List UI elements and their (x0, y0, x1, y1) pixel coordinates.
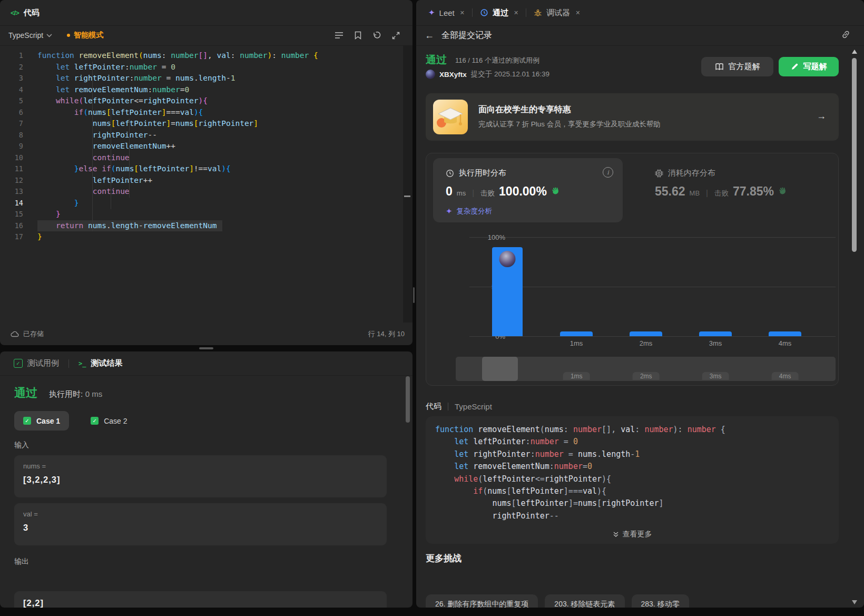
gridline (469, 336, 836, 337)
scrollbar[interactable] (851, 46, 858, 608)
brush-handle[interactable] (482, 357, 518, 381)
challenge-chip[interactable]: 283. 移动零 (632, 594, 689, 608)
check-icon: ✓ (23, 417, 31, 425)
arrow-right-icon[interactable]: → (817, 111, 826, 122)
x-axis-tick: 2ms (640, 339, 653, 347)
input-field-val[interactable]: val = 3 (14, 503, 387, 545)
chart-bar[interactable] (630, 331, 662, 336)
cursor-position[interactable]: 行 14, 列 10 (368, 329, 405, 339)
code-line: return nums.length-removeElementNum (37, 220, 222, 232)
code-line: if(nums[leftPointer]===val){ (435, 485, 833, 497)
tab-passed-label: 通过 (493, 8, 508, 18)
runtime-value: 0 ms (85, 389, 103, 398)
input-field-nums[interactable]: nums = [3,2,2,3] (14, 455, 387, 497)
indent-guide (111, 107, 111, 209)
tab-test-results[interactable]: >_ 测试结果 (78, 358, 122, 368)
scroll-up-arrow[interactable] (852, 50, 857, 54)
format-icon[interactable] (335, 32, 343, 39)
line-number: 9 (0, 141, 27, 152)
back-icon[interactable]: ← (425, 30, 434, 41)
memory-number: 55.62 (655, 184, 685, 199)
chart-bar[interactable] (492, 247, 523, 336)
case-2-chip[interactable]: ✓ Case 2 (82, 411, 136, 431)
line-number: 5 (0, 95, 27, 107)
smart-mode-toggle[interactable]: 智能模式 (67, 31, 103, 40)
line-number: 17 (0, 231, 27, 243)
line-number: 12 (0, 175, 27, 187)
username[interactable]: XBXyftx (439, 71, 467, 79)
chart-bar[interactable] (699, 331, 732, 336)
tab-test-cases[interactable]: ✓ 测试用例 (14, 358, 59, 368)
hand-wave-icon (551, 187, 559, 195)
write-solution-label: 写题解 (803, 62, 827, 72)
beat-label: 击败 (480, 189, 495, 198)
horizontal-resize-handle[interactable] (199, 347, 213, 349)
memory-distribution-section[interactable]: 消耗内存分布 55.62 MB | 击败 77.85% (642, 158, 832, 222)
tab-divider (68, 359, 69, 368)
language-dropdown[interactable]: TypeScript (8, 31, 52, 40)
output-section-label: 输出 (14, 557, 29, 566)
brush-tick: 3ms (702, 372, 729, 380)
scrollbar-thumb[interactable] (852, 58, 857, 252)
line-number: 10 (0, 152, 27, 164)
line-number: 8 (0, 130, 27, 141)
indent-guide (92, 62, 93, 231)
code-editor[interactable]: 1234567891011121314151617 function remov… (0, 45, 413, 322)
official-solution-button[interactable]: 官方题解 (701, 57, 773, 76)
hand-wave-icon (778, 187, 787, 195)
check-square-icon: ✓ (14, 359, 23, 368)
tab-debugger[interactable]: 调试器 ✕ (532, 8, 582, 18)
challenge-chip[interactable]: 203. 移除链表元素 (545, 594, 624, 608)
divider: | (472, 188, 474, 197)
divider: | (706, 188, 708, 197)
field-value: 3 (23, 523, 378, 533)
saved-status: 已存储 (23, 329, 44, 339)
avatar[interactable] (426, 70, 435, 79)
memory-dist-title: 消耗内存分布 (668, 168, 715, 178)
test-panel-scrollbar[interactable] (406, 376, 410, 423)
editor-titlebar: </> 代码 (0, 0, 413, 26)
clock-icon (446, 169, 454, 178)
brush-tick: 1ms (563, 372, 590, 380)
runtime-distribution-chart[interactable]: 100%50%0%1ms2ms3ms4ms (469, 237, 836, 336)
expand-icon[interactable] (392, 32, 400, 40)
link-icon[interactable] (841, 30, 850, 41)
undo-icon[interactable] (372, 31, 381, 40)
vertical-resize-handle[interactable] (413, 287, 415, 303)
editor-panel-title: 代码 (24, 8, 40, 18)
challenge-chip[interactable]: 26. 删除有序数组中的重复项 (426, 594, 538, 608)
student-promo-banner[interactable]: 面向在校学生的专享特惠 完成认证享 7 折 Plus 会员，享受更多学业及职业成… (426, 93, 839, 141)
runtime-distribution-card[interactable]: 执行用时分布 i 0 ms | 击败 100.00% ✦ 复杂度分析 (433, 158, 623, 222)
runtime-label: 执行用时: (49, 389, 83, 398)
chart-bar[interactable] (560, 331, 593, 336)
info-icon[interactable]: i (603, 167, 613, 178)
code-section-header: 代码 TypeScript (426, 402, 492, 412)
scroll-down-arrow[interactable] (852, 600, 857, 604)
tab-passed[interactable]: 通过 ✕ (478, 8, 521, 18)
case-1-chip[interactable]: ✓ Case 1 (14, 411, 69, 431)
mode-label: 智能模式 (74, 31, 103, 40)
close-icon[interactable]: ✕ (460, 9, 465, 16)
chart-bar[interactable] (769, 331, 801, 336)
editor-overview-mark (404, 195, 410, 197)
close-icon[interactable]: ✕ (514, 9, 518, 16)
test-tabs: ✓ 测试用例 >_ 测试结果 (0, 351, 413, 376)
submissions-title: 全部提交记录 (441, 30, 492, 41)
tab-leet[interactable]: ✦ Leet ✕ (426, 8, 467, 17)
close-icon[interactable]: ✕ (575, 9, 580, 16)
chart-brush[interactable]: 1ms2ms3ms4ms (456, 357, 836, 381)
runtime-beat-percent: 100.00% (499, 184, 547, 199)
editor-scrollbar-track[interactable] (403, 45, 413, 322)
write-solution-button[interactable]: 写题解 (779, 57, 839, 76)
brush-tick: 4ms (772, 372, 799, 380)
submission-header-bar: ← 全部提交记录 (416, 25, 864, 46)
bookmark-icon[interactable] (355, 31, 361, 40)
right-tab-bar: ✦ Leet ✕ 通过 ✕ 调试器 ✕ (416, 0, 864, 26)
editor-statusbar: 已存储 行 14, 列 10 (0, 322, 413, 345)
view-more-button[interactable]: 查看更多 (426, 530, 839, 539)
cloud-icon (11, 331, 19, 337)
submission-panel: ✦ Leet ✕ 通过 ✕ 调试器 ✕ ← 全部提交记录 通 (416, 0, 864, 608)
complexity-analysis-link[interactable]: ✦ 复杂度分析 (446, 207, 492, 216)
submission-summary: 116 / 116 个通过的测试用例 (455, 56, 539, 65)
x-axis-tick: 1ms (570, 339, 583, 347)
